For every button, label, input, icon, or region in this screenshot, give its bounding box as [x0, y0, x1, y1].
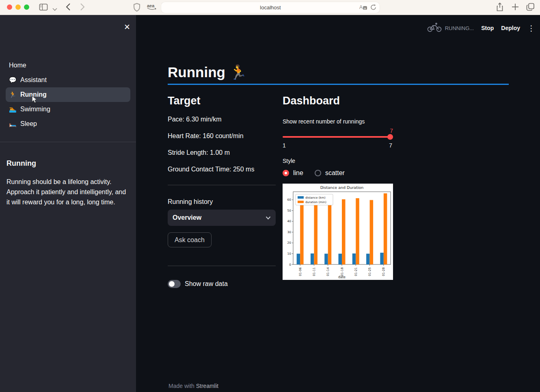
svg-text:01-25: 01-25 [368, 267, 372, 276]
page-title: Running 🏃 [168, 63, 509, 81]
aea-extension-icon[interactable]: aea [147, 3, 157, 10]
slider-track[interactable] [283, 136, 393, 138]
swimmer-icon: 🏊 [9, 106, 20, 113]
new-tab-icon[interactable] [512, 2, 519, 13]
slider-max-label: 7 [389, 142, 392, 149]
svg-text:Distance and Duration: Distance and Duration [320, 185, 364, 190]
runner-emoji-icon: 🏃 [229, 64, 247, 80]
section-divider [168, 266, 276, 266]
target-heart-rate: Heart Rate: 160 count/min [168, 132, 276, 139]
sidebar-about-text: Running should be a lifelong activity. A… [6, 177, 128, 207]
raw-data-toggle-label: Show raw data [185, 280, 228, 288]
sidebar-item-assistant[interactable]: 💬 Assistant [6, 73, 130, 87]
footer-prefix: Made with [168, 383, 196, 389]
style-radio-group: line scatter [283, 169, 393, 177]
svg-text:10: 10 [287, 252, 291, 256]
toggle-knob [169, 281, 175, 287]
stop-button[interactable]: Stop [481, 25, 494, 31]
svg-text:01-28: 01-28 [382, 267, 385, 276]
slider-thumb[interactable] [387, 134, 393, 140]
bed-icon: 🛏️ [9, 120, 20, 128]
sidebar-item-label: Assistant [20, 76, 47, 84]
svg-text:date: date [338, 275, 346, 279]
app-status-label: RUNNING... [445, 25, 474, 31]
chevron-down-icon [266, 214, 271, 221]
address-bar[interactable]: localhost Aa [161, 2, 380, 13]
runnings-slider[interactable]: 7 1 7 [283, 130, 393, 150]
target-column: Target Pace: 6.30 min/km Heart Rate: 160… [168, 85, 276, 288]
sidebar-item-swimming[interactable]: 🏊 Swimming [6, 102, 130, 117]
privacy-shield-icon[interactable] [133, 3, 140, 13]
svg-text:01-11: 01-11 [312, 267, 316, 276]
target-heading: Target [168, 93, 276, 108]
svg-text:a: a [364, 6, 366, 10]
radio-unselected-icon [315, 170, 321, 176]
sidebar-item-label: Swimming [20, 106, 50, 113]
history-selected-value: Overview [173, 214, 201, 221]
svg-text:duration (min): duration (min) [305, 200, 326, 204]
app-header: RUNNING... Stop Deploy ⋮ [427, 22, 535, 34]
svg-text:01-14: 01-14 [326, 267, 330, 276]
page-title-text: Running [168, 64, 225, 80]
main-content: Running 🏃 Target Pace: 6.30 min/km Heart… [136, 15, 540, 392]
slider-value: 7 [390, 128, 393, 134]
browser-toolbar: aea localhost Aa [0, 0, 540, 15]
app-status: RUNNING... [427, 22, 474, 34]
slider-label: Show recent number of runnings [283, 118, 393, 125]
window-maximize-button[interactable] [24, 4, 29, 10]
address-bar-url: localhost [260, 4, 281, 11]
radio-line-label: line [293, 169, 303, 177]
window-close-button[interactable] [7, 4, 12, 10]
svg-text:A: A [359, 4, 363, 10]
streamlit-app: ✕ Home 💬 Assistant 🏃 Running 🏊 Swimming … [0, 15, 540, 392]
sidebar-item-sleep[interactable]: 🛏️ Sleep [6, 117, 130, 131]
svg-text:0: 0 [289, 263, 291, 266]
svg-text:01-21: 01-21 [354, 267, 358, 276]
section-divider [168, 185, 276, 185]
sidebar: ✕ Home 💬 Assistant 🏃 Running 🏊 Swimming … [0, 15, 136, 392]
back-button[interactable] [65, 2, 71, 13]
target-ground-contact: Ground Contact Time: 250 ms [168, 166, 276, 173]
history-label: Running history [168, 198, 276, 205]
sidebar-chevron-down-icon[interactable] [52, 5, 57, 13]
streamlit-link[interactable]: Streamlit [196, 383, 218, 389]
ask-coach-button[interactable]: Ask coach [168, 232, 212, 247]
sidebar-item-running[interactable]: 🏃 Running [6, 87, 130, 102]
svg-text:40: 40 [287, 219, 291, 223]
speech-balloon-icon: 💬 [9, 76, 20, 84]
sidebar-item-label: Home [9, 62, 26, 69]
sidebar-item-home[interactable]: Home [6, 58, 130, 73]
runner-icon: 🏃 [9, 91, 20, 98]
tab-overview-icon[interactable] [526, 2, 535, 13]
radio-line[interactable]: line [283, 169, 303, 177]
sidebar-toggle-icon[interactable] [39, 3, 48, 13]
translate-icon[interactable]: Aa [359, 4, 367, 12]
svg-text:01-18: 01-18 [340, 267, 344, 276]
kebab-menu-icon[interactable]: ⋮ [527, 24, 535, 32]
aea-extension-label: aea [147, 3, 154, 8]
svg-text:01-06: 01-06 [298, 267, 302, 276]
sidebar-nav: Home 💬 Assistant 🏃 Running 🏊 Swimming 🛏️… [0, 15, 136, 131]
window-minimize-button[interactable] [15, 4, 21, 10]
share-icon[interactable] [496, 2, 503, 13]
raw-data-toggle[interactable] [168, 280, 181, 288]
forward-button[interactable] [80, 2, 85, 13]
running-cyclist-icon [427, 22, 442, 34]
history-selectbox[interactable]: Overview [168, 210, 276, 226]
target-stride-length: Stride Length: 1.00 m [168, 149, 276, 156]
deploy-button[interactable]: Deploy [501, 25, 520, 31]
svg-text:60: 60 [287, 198, 291, 201]
reload-icon[interactable] [370, 4, 376, 12]
svg-text:30: 30 [287, 230, 291, 234]
raw-data-toggle-row: Show raw data [168, 280, 276, 288]
radio-scatter[interactable]: scatter [315, 169, 345, 177]
target-pace: Pace: 6.30 min/km [168, 116, 276, 123]
radio-selected-icon [283, 170, 289, 176]
sidebar-close-icon[interactable]: ✕ [124, 23, 130, 31]
svg-text:20: 20 [287, 241, 291, 245]
dashboard-heading: Dashboard [283, 93, 393, 108]
app-footer: Made with Streamlit [168, 383, 218, 389]
svg-text:50: 50 [287, 209, 291, 212]
sidebar-about-title: Running [6, 159, 128, 168]
sidebar-about: Running Running should be a lifelong act… [0, 142, 136, 207]
